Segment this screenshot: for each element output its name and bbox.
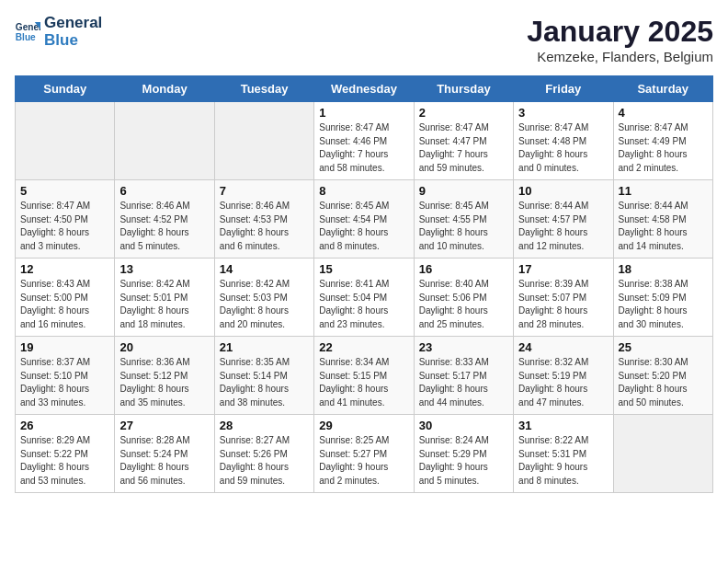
logo-text-line2: Blue (44, 32, 102, 50)
day-number: 16 (419, 262, 508, 276)
calendar-cell: 25Sunrise: 8:30 AM Sunset: 5:20 PM Dayli… (613, 337, 712, 415)
day-info: Sunrise: 8:42 AM Sunset: 5:01 PM Dayligh… (119, 278, 209, 331)
day-info: Sunrise: 8:27 AM Sunset: 5:26 PM Dayligh… (220, 434, 309, 488)
calendar-week-row: 1Sunrise: 8:47 AM Sunset: 4:46 PM Daylig… (16, 102, 713, 180)
calendar-cell: 9Sunrise: 8:45 AM Sunset: 4:55 PM Daylig… (414, 180, 513, 259)
day-info: Sunrise: 8:37 AM Sunset: 5:10 PM Dayligh… (20, 356, 109, 409)
calendar-week-row: 26Sunrise: 8:29 AM Sunset: 5:22 PM Dayli… (16, 415, 713, 493)
calendar-cell: 26Sunrise: 8:29 AM Sunset: 5:22 PM Dayli… (16, 415, 115, 493)
day-info: Sunrise: 8:45 AM Sunset: 4:55 PM Dayligh… (419, 200, 508, 253)
day-number: 31 (518, 419, 608, 432)
day-number: 17 (518, 262, 608, 276)
day-number: 15 (319, 262, 408, 276)
calendar-cell: 13Sunrise: 8:42 AM Sunset: 5:01 PM Dayli… (115, 259, 214, 337)
day-info: Sunrise: 8:46 AM Sunset: 4:53 PM Dayligh… (220, 200, 309, 253)
weekday-header: Friday (514, 76, 613, 102)
day-number: 18 (619, 262, 708, 276)
weekday-header: Tuesday (214, 76, 313, 102)
calendar-cell: 23Sunrise: 8:33 AM Sunset: 5:17 PM Dayli… (414, 337, 513, 415)
calendar-cell (115, 102, 214, 180)
day-number: 24 (518, 340, 608, 354)
calendar-cell: 5Sunrise: 8:47 AM Sunset: 4:50 PM Daylig… (16, 180, 115, 259)
calendar-cell: 7Sunrise: 8:46 AM Sunset: 4:53 PM Daylig… (214, 180, 313, 259)
day-number: 30 (419, 419, 508, 432)
calendar-header-row: SundayMondayTuesdayWednesdayThursdayFrid… (16, 76, 713, 102)
day-number: 9 (419, 184, 508, 198)
day-info: Sunrise: 8:47 AM Sunset: 4:50 PM Dayligh… (20, 200, 109, 253)
day-number: 5 (20, 184, 109, 198)
svg-text:Blue: Blue (16, 32, 36, 42)
day-number: 20 (119, 340, 209, 354)
day-number: 29 (319, 419, 408, 432)
day-info: Sunrise: 8:47 AM Sunset: 4:47 PM Dayligh… (419, 121, 508, 175)
day-number: 12 (20, 262, 109, 276)
calendar-cell: 10Sunrise: 8:44 AM Sunset: 4:57 PM Dayli… (514, 180, 613, 259)
calendar-cell: 15Sunrise: 8:41 AM Sunset: 5:04 PM Dayli… (314, 259, 414, 337)
day-info: Sunrise: 8:35 AM Sunset: 5:14 PM Dayligh… (220, 356, 309, 409)
day-number: 13 (119, 262, 209, 276)
calendar-cell: 22Sunrise: 8:34 AM Sunset: 5:15 PM Dayli… (314, 337, 414, 415)
day-info: Sunrise: 8:45 AM Sunset: 4:54 PM Dayligh… (319, 200, 408, 253)
calendar-week-row: 19Sunrise: 8:37 AM Sunset: 5:10 PM Dayli… (16, 337, 713, 415)
day-number: 1 (319, 106, 408, 120)
logo: General Blue General Blue (15, 15, 102, 49)
day-info: Sunrise: 8:39 AM Sunset: 5:07 PM Dayligh… (518, 278, 608, 331)
calendar-cell: 31Sunrise: 8:22 AM Sunset: 5:31 PM Dayli… (514, 415, 613, 493)
calendar-cell: 6Sunrise: 8:46 AM Sunset: 4:52 PM Daylig… (115, 180, 214, 259)
day-number: 6 (119, 184, 209, 198)
day-info: Sunrise: 8:28 AM Sunset: 5:24 PM Dayligh… (119, 434, 209, 488)
day-info: Sunrise: 8:41 AM Sunset: 5:04 PM Dayligh… (319, 278, 408, 331)
day-info: Sunrise: 8:47 AM Sunset: 4:49 PM Dayligh… (619, 121, 708, 175)
day-info: Sunrise: 8:47 AM Sunset: 4:46 PM Dayligh… (319, 121, 408, 175)
day-number: 2 (419, 106, 508, 120)
calendar-cell: 14Sunrise: 8:42 AM Sunset: 5:03 PM Dayli… (214, 259, 313, 337)
day-info: Sunrise: 8:42 AM Sunset: 5:03 PM Dayligh… (220, 278, 309, 331)
day-number: 7 (220, 184, 309, 198)
title-block: January 2025 Kemzeke, Flanders, Belgium (527, 15, 713, 64)
logo-text-line1: General (44, 15, 102, 32)
calendar-cell (214, 102, 313, 180)
calendar-cell (613, 415, 712, 493)
calendar-cell: 27Sunrise: 8:28 AM Sunset: 5:24 PM Dayli… (115, 415, 214, 493)
day-number: 26 (20, 419, 109, 432)
day-number: 14 (220, 262, 309, 276)
day-number: 28 (220, 419, 309, 432)
weekday-header: Wednesday (314, 76, 414, 102)
calendar-cell: 12Sunrise: 8:43 AM Sunset: 5:00 PM Dayli… (16, 259, 115, 337)
calendar-week-row: 5Sunrise: 8:47 AM Sunset: 4:50 PM Daylig… (16, 180, 713, 259)
day-number: 25 (619, 340, 708, 354)
calendar-cell: 24Sunrise: 8:32 AM Sunset: 5:19 PM Dayli… (514, 337, 613, 415)
day-info: Sunrise: 8:47 AM Sunset: 4:48 PM Dayligh… (518, 121, 608, 175)
day-info: Sunrise: 8:33 AM Sunset: 5:17 PM Dayligh… (419, 356, 508, 409)
calendar-subtitle: Kemzeke, Flanders, Belgium (527, 49, 713, 64)
day-info: Sunrise: 8:29 AM Sunset: 5:22 PM Dayligh… (20, 434, 109, 488)
calendar-cell: 2Sunrise: 8:47 AM Sunset: 4:47 PM Daylig… (414, 102, 513, 180)
day-info: Sunrise: 8:36 AM Sunset: 5:12 PM Dayligh… (119, 356, 209, 409)
calendar-cell: 30Sunrise: 8:24 AM Sunset: 5:29 PM Dayli… (414, 415, 513, 493)
weekday-header: Thursday (414, 76, 513, 102)
calendar-cell: 21Sunrise: 8:35 AM Sunset: 5:14 PM Dayli… (214, 337, 313, 415)
day-number: 27 (119, 419, 209, 432)
day-info: Sunrise: 8:25 AM Sunset: 5:27 PM Dayligh… (319, 434, 408, 488)
day-info: Sunrise: 8:38 AM Sunset: 5:09 PM Dayligh… (619, 278, 708, 331)
calendar-cell: 29Sunrise: 8:25 AM Sunset: 5:27 PM Dayli… (314, 415, 414, 493)
calendar-cell (16, 102, 115, 180)
day-number: 4 (619, 106, 708, 120)
calendar-cell: 28Sunrise: 8:27 AM Sunset: 5:26 PM Dayli… (214, 415, 313, 493)
calendar-cell: 1Sunrise: 8:47 AM Sunset: 4:46 PM Daylig… (314, 102, 414, 180)
page-header: General Blue General Blue January 2025 K… (15, 15, 713, 64)
calendar-cell: 3Sunrise: 8:47 AM Sunset: 4:48 PM Daylig… (514, 102, 613, 180)
day-info: Sunrise: 8:22 AM Sunset: 5:31 PM Dayligh… (518, 434, 608, 488)
day-number: 22 (319, 340, 408, 354)
day-number: 23 (419, 340, 508, 354)
day-number: 21 (220, 340, 309, 354)
calendar-cell: 11Sunrise: 8:44 AM Sunset: 4:58 PM Dayli… (613, 180, 712, 259)
day-number: 11 (619, 184, 708, 198)
day-number: 19 (20, 340, 109, 354)
calendar-title: January 2025 (527, 15, 713, 49)
calendar-cell: 19Sunrise: 8:37 AM Sunset: 5:10 PM Dayli… (16, 337, 115, 415)
calendar-cell: 20Sunrise: 8:36 AM Sunset: 5:12 PM Dayli… (115, 337, 214, 415)
day-info: Sunrise: 8:34 AM Sunset: 5:15 PM Dayligh… (319, 356, 408, 409)
calendar-table: SundayMondayTuesdayWednesdayThursdayFrid… (15, 75, 713, 493)
calendar-cell: 18Sunrise: 8:38 AM Sunset: 5:09 PM Dayli… (613, 259, 712, 337)
